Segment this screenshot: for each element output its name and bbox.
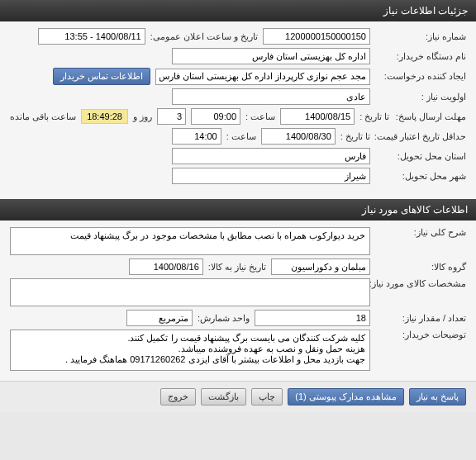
time-label-1: ساعت : bbox=[245, 111, 275, 122]
notes-textarea[interactable] bbox=[10, 330, 370, 371]
need-date-input[interactable] bbox=[129, 258, 203, 275]
province-input[interactable] bbox=[172, 148, 370, 164]
reply-button[interactable]: پاسخ به نیاز bbox=[409, 388, 466, 405]
notes-label: توضیحات خریدار: bbox=[375, 330, 466, 340]
contact-buyer-button[interactable]: اطلاعات تماس خریدار bbox=[53, 68, 150, 85]
page-header: جزئیات اطلاعات نیاز bbox=[0, 0, 476, 21]
need-number-input[interactable] bbox=[263, 28, 370, 45]
city-input[interactable] bbox=[172, 168, 370, 184]
priority-input[interactable] bbox=[172, 88, 370, 105]
unit-label: واحد شمارش: bbox=[198, 313, 250, 324]
priority-label: اولویت نیاز : bbox=[375, 92, 466, 102]
creator-input[interactable] bbox=[155, 69, 370, 85]
exit-button[interactable]: خروج bbox=[160, 388, 196, 405]
city-label: شهر محل تحویل: bbox=[375, 171, 466, 182]
price-validity-label: حداقل تاریخ اعتبار قیمت: bbox=[375, 131, 466, 142]
goods-section-header: اطلاعات کالاهای مورد نیاز bbox=[0, 199, 476, 221]
deadline-label: مهلت ارسال پاسخ: bbox=[394, 111, 466, 122]
remaining-label: ساعت باقی مانده bbox=[10, 111, 76, 122]
announce-label: تاریخ و ساعت اعلان عمومی: bbox=[150, 31, 258, 42]
unit-input[interactable] bbox=[126, 310, 193, 326]
group-input[interactable] bbox=[271, 258, 370, 275]
need-number-label: شماره نیاز: bbox=[375, 31, 466, 42]
specs-label: مشخصات کالای مورد نیاز: bbox=[375, 278, 466, 289]
deadline-date-input[interactable] bbox=[280, 108, 355, 125]
days-remaining-input[interactable] bbox=[157, 108, 186, 125]
price-date-input[interactable] bbox=[261, 128, 336, 145]
creator-label: ایجاد کننده درخواست: bbox=[375, 71, 466, 82]
price-time-input[interactable] bbox=[172, 128, 221, 145]
attachments-button[interactable]: مشاهده مدارک پیوستی (1) bbox=[288, 388, 404, 405]
print-button[interactable]: چاپ bbox=[251, 388, 283, 405]
time-label-2: ساعت : bbox=[226, 131, 256, 142]
until-date-label: تا تاریخ : bbox=[359, 111, 389, 122]
group-label: گروه کالا: bbox=[375, 262, 466, 273]
back-button[interactable]: بازگشت bbox=[201, 388, 246, 405]
desc-label: شرح کلی نیاز: bbox=[375, 227, 466, 238]
buyer-input[interactable] bbox=[172, 48, 370, 64]
qty-label: تعداد / مقدار نیاز: bbox=[375, 313, 466, 324]
qty-input[interactable] bbox=[255, 310, 370, 326]
need-date-label: تاریخ نیاز به کالا: bbox=[208, 262, 266, 273]
buyer-label: نام دستگاه خریدار: bbox=[375, 51, 466, 62]
announce-date-input[interactable] bbox=[38, 28, 145, 45]
goods-section-title: اطلاعات کالاهای مورد نیاز bbox=[362, 204, 468, 216]
header-title: جزئیات اطلاعات نیاز bbox=[383, 5, 468, 17]
remaining-time: 18:49:28 bbox=[81, 109, 128, 124]
specs-textarea[interactable] bbox=[10, 278, 370, 306]
days-label: روز و bbox=[133, 111, 152, 122]
province-label: استان محل تحویل: bbox=[375, 151, 466, 162]
deadline-time-input[interactable] bbox=[191, 108, 240, 125]
until-date-label-2: تا تاریخ : bbox=[340, 131, 370, 142]
desc-textarea[interactable] bbox=[10, 227, 370, 255]
